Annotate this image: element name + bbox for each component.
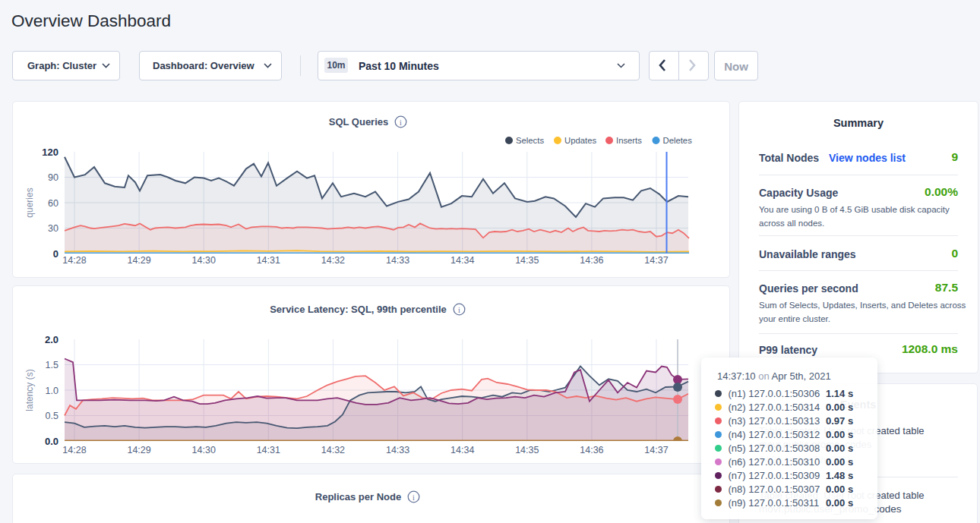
svg-text:14:34: 14:34: [450, 445, 474, 455]
svg-text:0.5: 0.5: [46, 411, 58, 421]
svg-text:1.5: 1.5: [46, 360, 58, 370]
svg-text:14:31: 14:31: [257, 255, 280, 266]
svg-text:14:28: 14:28: [62, 255, 86, 266]
svg-text:0.0: 0.0: [45, 436, 58, 447]
svg-text:i: i: [458, 306, 460, 314]
svg-text:14:36: 14:36: [580, 445, 603, 455]
svg-text:14:32: 14:32: [321, 255, 345, 266]
svg-text:14:30: 14:30: [192, 445, 216, 455]
svg-text:14:29: 14:29: [127, 255, 150, 266]
svg-text:14:33: 14:33: [386, 445, 409, 455]
svg-text:14:28: 14:28: [62, 445, 86, 455]
svg-text:14:30: 14:30: [192, 255, 216, 266]
svg-text:14:35: 14:35: [515, 445, 539, 455]
svg-text:Service Latency: SQL, 99th per: Service Latency: SQL, 99th percentile: [270, 304, 447, 315]
svg-text:0: 0: [53, 248, 58, 260]
svg-text:Selects: Selects: [516, 136, 544, 145]
svg-text:14:34: 14:34: [450, 255, 474, 266]
svg-text:queries: queries: [24, 187, 35, 217]
svg-text:14:37: 14:37: [644, 445, 668, 455]
svg-text:i: i: [413, 493, 415, 502]
svg-text:120: 120: [42, 147, 58, 158]
svg-text:i: i: [400, 118, 402, 127]
svg-text:14:36: 14:36: [580, 255, 603, 266]
svg-text:14:33: 14:33: [386, 255, 409, 266]
svg-text:14:35: 14:35: [515, 255, 539, 266]
svg-text:14:29: 14:29: [127, 445, 150, 455]
svg-text:90: 90: [48, 172, 58, 183]
svg-text:latency (s): latency (s): [24, 369, 35, 411]
svg-text:Updates: Updates: [564, 136, 596, 145]
svg-text:Inserts: Inserts: [616, 136, 642, 145]
svg-text:14:37: 14:37: [644, 255, 668, 266]
svg-text:2.0: 2.0: [45, 334, 58, 345]
svg-text:30: 30: [48, 223, 58, 234]
svg-text:Replicas per Node: Replicas per Node: [315, 491, 401, 503]
svg-text:SQL Queries: SQL Queries: [329, 116, 389, 128]
svg-text:14:31: 14:31: [257, 445, 280, 455]
svg-text:60: 60: [48, 198, 58, 209]
svg-text:Deletes: Deletes: [663, 136, 693, 145]
svg-text:1.0: 1.0: [46, 386, 58, 396]
svg-text:14:32: 14:32: [321, 445, 345, 455]
